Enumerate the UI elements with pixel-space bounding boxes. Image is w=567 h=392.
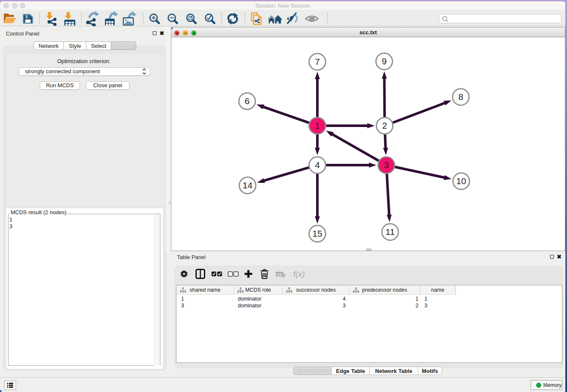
svg-text:1: 1 [315, 121, 320, 130]
svg-text:11: 11 [385, 227, 395, 237]
svg-text:6: 6 [245, 96, 250, 106]
svg-text:f(x): f(x) [293, 270, 305, 279]
svg-text:15: 15 [312, 229, 322, 238]
svg-text:10: 10 [456, 176, 466, 186]
svg-text:7: 7 [315, 57, 320, 66]
svg-text:4: 4 [315, 160, 320, 170]
svg-text:2: 2 [382, 121, 387, 130]
svg-text:9: 9 [382, 56, 387, 66]
svg-text:14: 14 [242, 180, 253, 190]
svg-text:8: 8 [458, 92, 463, 102]
svg-text:3: 3 [384, 160, 389, 170]
